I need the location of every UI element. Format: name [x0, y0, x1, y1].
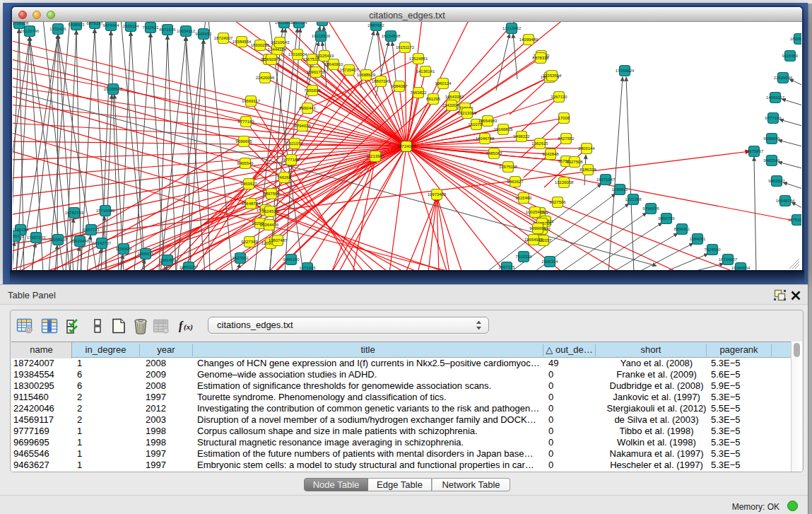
svg-text:5938923: 5938923	[68, 23, 85, 27]
svg-text:16046788: 16046788	[476, 136, 495, 141]
svg-text:18724007: 18724007	[214, 36, 233, 40]
svg-text:16071947: 16071947	[596, 177, 616, 182]
svg-text:10973493: 10973493	[428, 192, 447, 197]
svg-text:3267130: 3267130	[551, 95, 567, 99]
svg-text:16120746: 16120746	[20, 29, 40, 33]
svg-text:1221398: 1221398	[625, 197, 642, 201]
svg-text:19384554: 19384554	[233, 40, 252, 44]
svg-text:16648784: 16648784	[242, 201, 261, 206]
svg-text:18724007: 18724007	[397, 144, 416, 148]
svg-text:9463627: 9463627	[240, 182, 257, 186]
svg-text:9465546: 9465546	[763, 158, 780, 163]
svg-text:1667135: 1667135	[498, 265, 515, 269]
svg-text:7515526: 7515526	[515, 255, 532, 259]
svg-text:9245652: 9245652	[195, 32, 212, 36]
svg-text:6897568: 6897568	[263, 192, 280, 196]
svg-text:9794028: 9794028	[294, 124, 311, 128]
svg-text:12342737: 12342737	[93, 241, 112, 245]
svg-text:11923448: 11923448	[71, 239, 90, 243]
svg-text:9115460: 9115460	[516, 196, 533, 200]
svg-text:7357224: 7357224	[290, 22, 307, 25]
svg-text:9242848: 9242848	[542, 152, 559, 156]
svg-text:22420046: 22420046	[774, 76, 793, 80]
svg-text:16961758: 16961758	[307, 70, 326, 74]
svg-text:10688609: 10688609	[357, 73, 376, 77]
svg-text:10654112: 10654112	[177, 29, 196, 33]
svg-text:9227349: 9227349	[241, 240, 258, 244]
svg-text:13524851: 13524851	[409, 57, 428, 61]
svg-text:12213967: 12213967	[366, 154, 385, 158]
svg-text:12213962: 12213962	[502, 26, 522, 30]
svg-text:18300295: 18300295	[790, 37, 801, 41]
svg-text:2691406: 2691406	[159, 258, 176, 262]
svg-text:8471676: 8471676	[159, 28, 176, 32]
svg-text:9777169: 9777169	[765, 116, 782, 120]
svg-text:9699695: 9699695	[529, 226, 546, 230]
svg-text:16543382: 16543382	[445, 95, 464, 99]
svg-text:3960124: 3960124	[435, 81, 452, 86]
svg-text:10025463: 10025463	[526, 210, 545, 214]
svg-text:17957253: 17957253	[27, 235, 46, 240]
svg-text:17006: 17006	[558, 116, 570, 120]
svg-text:12213369: 12213369	[458, 111, 477, 115]
svg-text:19756928: 19756928	[13, 22, 29, 25]
svg-text:3624534: 3624534	[261, 209, 278, 214]
svg-text:13226058: 13226058	[555, 180, 574, 185]
svg-text:20364436: 20364436	[260, 223, 279, 227]
svg-text:9115460: 9115460	[782, 54, 799, 58]
svg-text:10853287: 10853287	[180, 265, 199, 269]
svg-text:9084067: 9084067	[391, 84, 408, 88]
svg-text:17016504: 17016504	[288, 52, 307, 57]
svg-text:9463627: 9463627	[507, 180, 524, 184]
svg-text:19218506: 19218506	[312, 34, 331, 38]
svg-text:9498222: 9498222	[513, 134, 530, 139]
svg-text:891295: 891295	[426, 97, 441, 101]
svg-text:15692971: 15692971	[262, 57, 281, 62]
svg-text:(x): (x)	[184, 322, 193, 332]
svg-text:19166825: 19166825	[494, 127, 513, 132]
svg-text:22420046: 22420046	[256, 76, 275, 80]
svg-text:18807249: 18807249	[372, 79, 391, 83]
svg-text:12353594: 12353594	[543, 74, 562, 78]
svg-text:18640910: 18640910	[324, 62, 343, 66]
svg-text:1527602: 1527602	[232, 256, 249, 260]
svg-text:1156829: 1156829	[116, 247, 133, 251]
svg-text:15720407: 15720407	[340, 68, 359, 72]
svg-text:1621072: 1621072	[286, 141, 303, 146]
svg-text:746266: 746266	[277, 175, 292, 180]
svg-text:9777169: 9777169	[283, 158, 300, 162]
svg-text:6879197: 6879197	[86, 22, 103, 25]
svg-text:f: f	[179, 320, 184, 332]
svg-text:20206576: 20206576	[104, 87, 123, 91]
svg-text:14569117: 14569117	[766, 95, 785, 100]
svg-text:16210643: 16210643	[271, 40, 290, 45]
svg-text:15716485: 15716485	[96, 209, 115, 213]
svg-text:9657771: 9657771	[83, 228, 100, 232]
svg-text:1405571: 1405571	[137, 252, 154, 256]
svg-text:7485063: 7485063	[486, 151, 502, 156]
svg-text:7632621: 7632621	[142, 25, 159, 30]
svg-text:7663822: 7663822	[410, 90, 427, 95]
svg-text:19975867: 19975867	[745, 149, 764, 153]
svg-text:9699695: 9699695	[235, 139, 252, 144]
svg-text:9699695: 9699695	[763, 136, 780, 141]
svg-text:7624510: 7624510	[704, 247, 721, 252]
svg-text:14569117: 14569117	[242, 99, 261, 103]
svg-text:9327506: 9327506	[549, 200, 566, 204]
svg-text:1184091: 1184091	[690, 237, 707, 241]
svg-text:16782759: 16782759	[65, 211, 84, 215]
svg-text:1096811: 1096811	[612, 187, 629, 192]
svg-text:9474444: 9474444	[102, 23, 119, 28]
svg-text:8896911: 8896911	[674, 227, 691, 231]
svg-text:1362615: 1362615	[531, 141, 548, 146]
svg-text:14099489: 14099489	[519, 37, 539, 42]
svg-text:2935114: 2935114	[123, 24, 140, 28]
svg-text:17359924: 17359924	[616, 69, 635, 73]
svg-text:10807487: 10807487	[269, 238, 288, 243]
svg-text:8813054: 8813054	[314, 22, 331, 23]
svg-text:14136141: 14136141	[416, 69, 435, 74]
svg-text:9777169: 9777169	[237, 119, 254, 124]
svg-text:8427552: 8427552	[558, 136, 575, 141]
svg-text:9463627: 9463627	[768, 179, 785, 183]
svg-text:9794078: 9794078	[642, 206, 659, 211]
